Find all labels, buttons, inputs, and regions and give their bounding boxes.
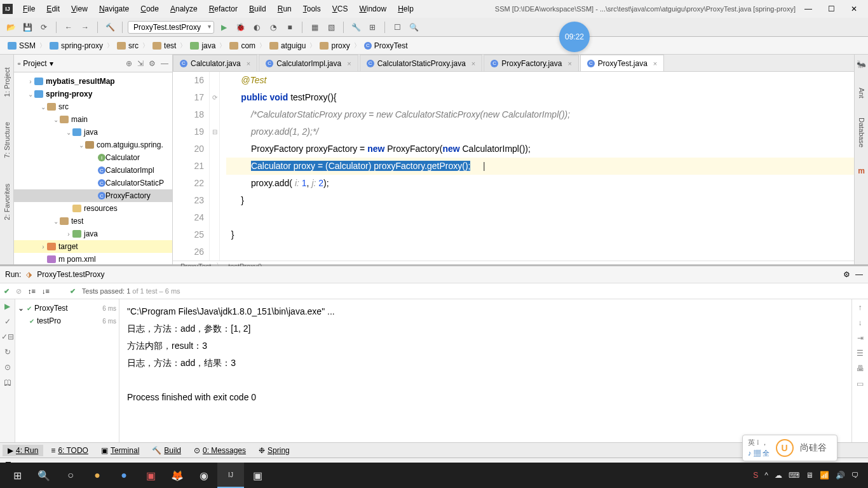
- search-taskbar-icon[interactable]: 🔍: [31, 463, 57, 488]
- code-content[interactable]: @Test public void testProxy(){ /*Calcula…: [220, 72, 854, 261]
- start-button[interactable]: ⊞: [4, 463, 31, 488]
- coverage-icon[interactable]: ◐: [250, 20, 264, 34]
- bottom-tab[interactable]: ▶4: Run: [3, 445, 43, 456]
- select-opened-icon[interactable]: ⊕: [126, 59, 132, 68]
- scroll-icon[interactable]: ☰: [857, 349, 864, 358]
- tree-row[interactable]: m pom.xml: [14, 253, 172, 264]
- app-icon-1[interactable]: ●: [84, 463, 111, 488]
- code-editor[interactable]: 1617181920212223242526 ⟳⊟ @Test public v…: [173, 72, 854, 261]
- crumb-proxytest[interactable]: CProxyTest: [362, 40, 410, 51]
- toggle-icon[interactable]: ✓: [4, 317, 11, 326]
- print-icon[interactable]: 🖶: [857, 364, 864, 373]
- stop-run-icon[interactable]: ✓⊟: [1, 332, 14, 341]
- firefox-icon[interactable]: 🦊: [164, 463, 191, 488]
- profile-icon[interactable]: ◔: [266, 20, 280, 34]
- menu-vcs[interactable]: VCS: [327, 3, 353, 15]
- settings-icon[interactable]: 🔧: [349, 20, 363, 34]
- crumb-src[interactable]: src: [114, 40, 141, 51]
- rerun-failed-icon[interactable]: ⊙: [4, 363, 11, 372]
- rail-favorites[interactable]: 2: Favorites: [3, 184, 11, 220]
- down-icon[interactable]: ↓: [858, 318, 862, 327]
- close-tab-icon[interactable]: ×: [347, 60, 351, 67]
- expand-all-icon[interactable]: ⇲: [137, 59, 144, 68]
- hide-icon[interactable]: —: [161, 59, 168, 68]
- stop-icon[interactable]: ■: [283, 20, 297, 34]
- layout-icon[interactable]: ▦: [308, 20, 322, 34]
- tree-row[interactable]: ⌄src: [14, 100, 172, 113]
- sync-icon[interactable]: ⟳: [37, 20, 51, 34]
- build-icon[interactable]: 🔨: [103, 20, 117, 34]
- bottom-tab[interactable]: 🔨Build: [147, 445, 186, 456]
- tray-display-icon[interactable]: 🖥: [806, 471, 813, 480]
- menu-navigate[interactable]: Navigate: [94, 3, 134, 15]
- editor-tab[interactable]: CCalculatorImpl.java×: [259, 55, 358, 71]
- tray-sogou-icon[interactable]: S: [753, 471, 758, 480]
- rail-structure[interactable]: 7: Structure: [3, 122, 11, 158]
- rail-database[interactable]: Database: [858, 118, 865, 147]
- save-icon[interactable]: 💾: [20, 20, 34, 34]
- tree-row[interactable]: ›mybatis_resultMap: [14, 75, 172, 88]
- tray-network-icon[interactable]: 📶: [820, 471, 829, 480]
- bottom-tab[interactable]: ❉Spring: [254, 445, 295, 456]
- menu-refactor[interactable]: Refactor: [204, 3, 243, 15]
- gear-icon[interactable]: ⚙: [149, 59, 156, 68]
- maven-icon[interactable]: m: [858, 166, 865, 175]
- crumb-atguigu[interactable]: atguigu: [267, 40, 308, 51]
- menu-file[interactable]: File: [18, 3, 40, 15]
- menu-edit[interactable]: Edit: [41, 3, 65, 15]
- crumb-com[interactable]: com: [227, 40, 258, 51]
- export-icon[interactable]: 🕮: [4, 378, 11, 387]
- menu-tools[interactable]: Tools: [298, 3, 326, 15]
- open-icon[interactable]: 📂: [4, 20, 18, 34]
- menu-code[interactable]: Code: [135, 3, 164, 15]
- sort2-icon[interactable]: ↓≡: [42, 287, 50, 295]
- clear-icon[interactable]: ▭: [857, 379, 864, 388]
- tree-row[interactable]: ⌄main: [14, 113, 172, 126]
- rail-ant[interactable]: Ant: [858, 88, 865, 98]
- minimize-panel-icon[interactable]: —: [855, 270, 863, 279]
- menu-run[interactable]: Run: [273, 3, 297, 15]
- test-node-class[interactable]: ⌄✔ProxyTest6 ms: [18, 302, 116, 315]
- menu-window[interactable]: Window: [354, 3, 391, 15]
- crumb-proxy[interactable]: proxy: [317, 40, 352, 51]
- run-configuration-selector[interactable]: ProxyTest.testProxy: [128, 21, 214, 34]
- maximize-button[interactable]: ☐: [826, 4, 836, 13]
- search-icon[interactable]: 🔍: [407, 20, 421, 34]
- crumb-test[interactable]: test: [150, 40, 179, 51]
- tree-row[interactable]: CProxyFactory: [14, 189, 172, 202]
- forward-icon[interactable]: →: [78, 20, 92, 34]
- debug-icon[interactable]: 🐞: [233, 20, 247, 34]
- tree-row[interactable]: ›java: [14, 227, 172, 240]
- minimize-button[interactable]: —: [803, 4, 813, 13]
- wrap-icon[interactable]: ⇥: [857, 334, 864, 342]
- gear-icon[interactable]: ⚙: [843, 270, 850, 279]
- tree-row[interactable]: CCalculatorImpl: [14, 164, 172, 177]
- tree-row[interactable]: ⌄com.atguigu.spring.: [14, 139, 172, 151]
- close-button[interactable]: ✕: [849, 4, 859, 13]
- tray-notifications-icon[interactable]: 🗨: [851, 471, 859, 480]
- app-icon-4[interactable]: ▣: [244, 463, 271, 488]
- editor-tab[interactable]: CCalculatorStaticProxy.java×: [360, 55, 483, 71]
- cortana-icon[interactable]: ○: [57, 463, 84, 488]
- menu-view[interactable]: View: [66, 3, 93, 15]
- app-icon-2[interactable]: ●: [111, 463, 137, 488]
- close-tab-icon[interactable]: ×: [653, 60, 657, 67]
- tree-row[interactable]: CCalculatorStaticP: [14, 177, 172, 189]
- editor-tab[interactable]: CCalculator.java×: [173, 55, 257, 71]
- menu-build[interactable]: Build: [244, 3, 271, 15]
- test-tree[interactable]: ⌄✔ProxyTest6 ms ✔testPro6 ms: [15, 299, 119, 442]
- tree-row[interactable]: ⌄spring-proxy: [14, 88, 172, 100]
- tray-volume-icon[interactable]: 🔊: [836, 471, 845, 480]
- ant-icon[interactable]: 🐜: [857, 60, 866, 69]
- bottom-tab[interactable]: ▣Terminal: [96, 445, 144, 456]
- close-tab-icon[interactable]: ×: [471, 60, 475, 67]
- crumb-ssm[interactable]: SSM: [5, 40, 38, 51]
- fold-gutter[interactable]: ⟳⊟: [210, 72, 220, 261]
- tree-row[interactable]: ICalculator: [14, 151, 172, 164]
- back-icon[interactable]: ←: [62, 20, 76, 34]
- crumb-spring-proxy[interactable]: spring-proxy: [47, 40, 105, 51]
- close-tab-icon[interactable]: ×: [247, 60, 250, 67]
- bottom-tab[interactable]: ⊙0: Messages: [189, 445, 251, 456]
- close-tab-icon[interactable]: ×: [567, 60, 571, 67]
- rail-project[interactable]: 1: Project: [3, 67, 11, 97]
